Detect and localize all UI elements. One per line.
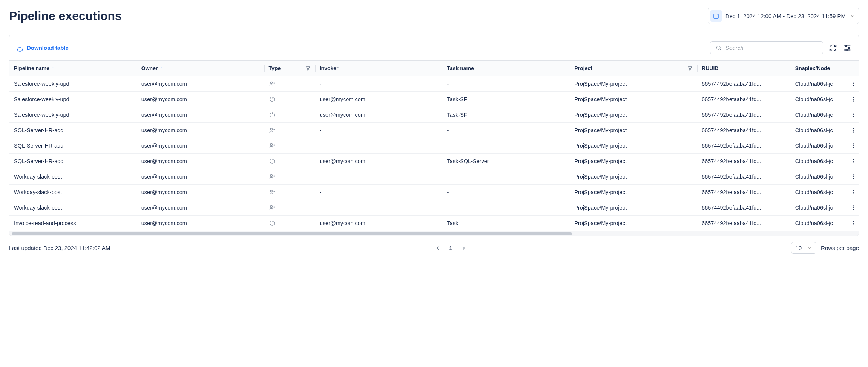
- cell-project: ProjSpace/My-project: [570, 169, 697, 185]
- cell-invoker: -: [315, 185, 443, 200]
- table-row[interactable]: Workday-slack-postuser@mycom.com--ProjSp…: [9, 169, 859, 185]
- svg-point-15: [853, 114, 854, 115]
- col-type[interactable]: Type: [264, 61, 315, 76]
- rows-per-page-label: Rows per page: [821, 245, 859, 251]
- svg-point-31: [853, 176, 854, 177]
- date-range-picker[interactable]: Dec 1, 2024 12:00 AM - Dec 23, 2024 11:5…: [708, 8, 859, 24]
- search-box[interactable]: [710, 41, 823, 54]
- col-task-name[interactable]: Task name: [443, 61, 570, 76]
- col-owner[interactable]: Owner↑: [137, 61, 264, 76]
- cell-project: ProjSpace/My-project: [570, 92, 697, 107]
- table-row[interactable]: SQL-Server-HR-adduser@mycom.com--ProjSpa…: [9, 138, 859, 154]
- table-row[interactable]: SQL-Server-HR-adduser@mycom.comuser@myco…: [9, 154, 859, 169]
- table-row[interactable]: Invoice-read-and-processuser@mycom.comus…: [9, 216, 859, 231]
- row-actions-button[interactable]: [850, 158, 856, 164]
- filter-icon[interactable]: [305, 66, 311, 71]
- executions-table: Pipeline name↑ Owner↑ Type Invoker↑: [9, 60, 859, 231]
- next-page-button[interactable]: [461, 245, 467, 251]
- col-label: Owner: [141, 65, 158, 71]
- sort-asc-icon: ↑: [52, 66, 54, 71]
- scrollbar-thumb[interactable]: [12, 232, 572, 235]
- row-actions-button[interactable]: [850, 112, 856, 118]
- cell-project: ProjSpace/My-project: [570, 154, 697, 169]
- cell-ruuid: 66574492befaaba41fd...: [697, 154, 791, 169]
- row-actions-button[interactable]: [850, 143, 856, 149]
- col-project[interactable]: Project: [570, 61, 697, 76]
- row-actions-button[interactable]: [850, 174, 856, 180]
- date-range-text: Dec 1, 2024 12:00 AM - Dec 23, 2024 11:5…: [725, 13, 846, 19]
- svg-point-16: [853, 116, 854, 117]
- table-wrap: Pipeline name↑ Owner↑ Type Invoker↑: [9, 60, 859, 231]
- rows-per-page-select[interactable]: 10: [791, 242, 816, 254]
- chevron-down-icon: [807, 245, 812, 251]
- table-row[interactable]: Salesforce-weekly-upduser@mycom.comuser@…: [9, 107, 859, 123]
- svg-point-26: [853, 159, 854, 160]
- cell-task: -: [443, 185, 570, 200]
- table-row[interactable]: Workday-slack-postuser@mycom.com--ProjSp…: [9, 185, 859, 200]
- user-icon: [269, 173, 311, 180]
- cell-snaplex: Cloud/na06sl-jc: [791, 200, 859, 216]
- col-pipeline-name[interactable]: Pipeline name↑: [9, 61, 137, 76]
- row-actions-button[interactable]: [850, 96, 856, 102]
- cell-invoker: -: [315, 76, 443, 92]
- cell-ruuid: 66574492befaaba41fd...: [697, 107, 791, 123]
- toolbar: Download table: [9, 35, 859, 60]
- row-actions-button[interactable]: [850, 220, 856, 226]
- last-updated-text: Last updated Dec 23, 2024 11:42:02 AM: [9, 245, 110, 251]
- col-ruuid[interactable]: RUUID: [697, 61, 791, 76]
- row-actions-button[interactable]: [850, 205, 856, 211]
- svg-point-6: [853, 82, 854, 82]
- svg-point-38: [853, 205, 854, 206]
- cell-snaplex: Cloud/na06sl-jc: [791, 138, 859, 154]
- cell-owner: user@mycom.com: [137, 138, 264, 154]
- horizontal-scrollbar[interactable]: [9, 231, 859, 236]
- cell-owner: user@mycom.com: [137, 200, 264, 216]
- table-row[interactable]: SQL-Server-HR-adduser@mycom.com--ProjSpa…: [9, 123, 859, 138]
- cell-type: [264, 185, 315, 200]
- svg-point-35: [853, 192, 854, 193]
- svg-point-43: [853, 223, 854, 224]
- svg-point-21: [270, 143, 272, 145]
- table-row[interactable]: Salesforce-weekly-upduser@mycom.comuser@…: [9, 92, 859, 107]
- auto-icon: [269, 220, 311, 227]
- executions-card: Download table: [9, 35, 859, 236]
- cell-ruuid: 66574492befaaba41fd...: [697, 216, 791, 231]
- chevron-down-icon: [850, 13, 855, 19]
- download-icon: [16, 44, 24, 52]
- settings-button[interactable]: [843, 43, 852, 52]
- cell-task: Task-SF: [443, 107, 570, 123]
- rows-per-page-group: 10 Rows per page: [791, 242, 859, 254]
- svg-point-39: [853, 207, 854, 208]
- download-table-button[interactable]: Download table: [16, 44, 69, 52]
- cell-owner: user@mycom.com: [137, 169, 264, 185]
- svg-point-42: [853, 221, 854, 222]
- pagination: 1: [435, 245, 466, 251]
- row-actions-button[interactable]: [850, 81, 856, 87]
- search-input[interactable]: [725, 45, 817, 51]
- col-label: Type: [269, 65, 281, 71]
- cell-task: Task-SF: [443, 92, 570, 107]
- col-invoker[interactable]: Invoker↑: [315, 61, 443, 76]
- cell-pipeline: Workday-slack-post: [9, 169, 137, 185]
- row-actions-button[interactable]: [850, 127, 856, 133]
- prev-page-button[interactable]: [435, 245, 441, 251]
- cell-ruuid: 66574492befaaba41fd...: [697, 185, 791, 200]
- table-row[interactable]: Salesforce-weekly-upduser@mycom.com--Pro…: [9, 76, 859, 92]
- row-actions-button[interactable]: [850, 189, 856, 195]
- cell-ruuid: 66574492befaaba41fd...: [697, 169, 791, 185]
- user-icon: [269, 142, 311, 149]
- cell-snaplex: Cloud/na06sl-jc: [791, 216, 859, 231]
- cell-task: Task-SQL-Server: [443, 154, 570, 169]
- cell-pipeline: Workday-slack-post: [9, 185, 137, 200]
- svg-point-23: [853, 145, 854, 146]
- refresh-button[interactable]: [828, 43, 837, 52]
- calendar-icon: [710, 10, 722, 22]
- cell-owner: user@mycom.com: [137, 216, 264, 231]
- table-row[interactable]: Workday-slack-postuser@mycom.com--ProjSp…: [9, 200, 859, 216]
- col-snaplex[interactable]: Snaplex/Node: [791, 61, 859, 76]
- svg-point-20: [853, 132, 854, 133]
- cell-task: -: [443, 200, 570, 216]
- svg-point-36: [853, 194, 854, 194]
- col-label: RUUID: [702, 65, 718, 71]
- filter-icon[interactable]: [687, 66, 693, 71]
